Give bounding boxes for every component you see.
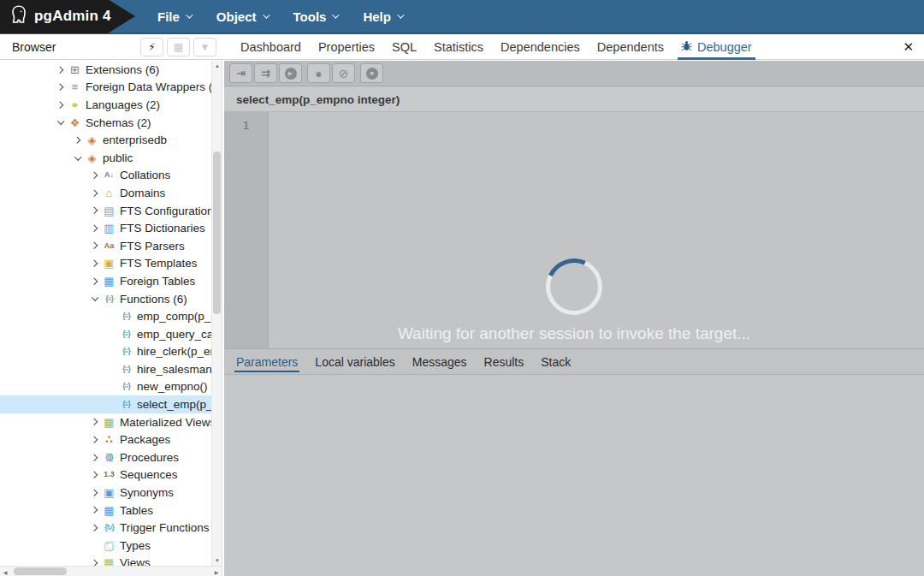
- tab-debugger[interactable]: Debugger: [672, 34, 761, 60]
- tree-item-fts-parsers[interactable]: AaFTS Parsers: [0, 237, 211, 255]
- tree-item-fts-dictionaries[interactable]: ▥FTS Dictionaries: [0, 219, 211, 237]
- tree-item-procedures[interactable]: {()}Procedures: [0, 448, 211, 466]
- bottom-tab-messages[interactable]: Messages: [404, 349, 476, 374]
- chevron-right-icon[interactable]: [87, 508, 101, 513]
- functions-icon: {≡}: [101, 294, 117, 305]
- scroll-left-icon[interactable]: ◀: [0, 567, 10, 576]
- tab-dashboard[interactable]: Dashboard: [232, 34, 310, 60]
- function-icon: {≡}: [118, 381, 134, 392]
- step-over-button[interactable]: ⇉: [254, 63, 277, 83]
- chevron-right-icon[interactable]: [87, 490, 101, 496]
- menu-tools[interactable]: Tools: [293, 9, 338, 24]
- tab-sql[interactable]: SQL: [383, 34, 425, 60]
- clear-breakpoints-button[interactable]: ⊘: [332, 63, 355, 83]
- tree-item-synonyms[interactable]: ▣Synonyms: [0, 484, 211, 502]
- tree-item-foreign-data-wrappers-2[interactable]: ≡Foreign Data Wrappers (2): [0, 79, 211, 97]
- chevron-right-icon[interactable]: [70, 138, 84, 143]
- bottom-tab-local-variables[interactable]: Local variables: [306, 349, 403, 374]
- close-icon[interactable]: ✕: [903, 34, 914, 60]
- continue-button[interactable]: ▶: [279, 63, 302, 83]
- tree-item-foreign-tables[interactable]: ▦Foreign Tables: [0, 272, 211, 290]
- query-tool-button[interactable]: ▦: [167, 38, 190, 56]
- collations-icon: A↓: [101, 169, 117, 181]
- tree-item-label: select_emp(p_emp: [137, 398, 211, 411]
- chevron-right-icon[interactable]: [87, 261, 101, 266]
- menu-help[interactable]: Help: [363, 9, 402, 24]
- tree-item-materialized-views[interactable]: ▦Materialized Views: [0, 413, 211, 431]
- chevron-down-icon[interactable]: [87, 296, 101, 301]
- tab-dependents[interactable]: Dependents: [589, 34, 672, 60]
- tree-item-emp-query-caller[interactable]: {≡}emp_query_caller(: [0, 325, 211, 343]
- chevron-right-icon[interactable]: [53, 68, 67, 73]
- tree-item-label: hire_clerk(p_ename: [137, 345, 211, 358]
- tree-item-emp-comp-p-sal1[interactable]: {≡}emp_comp(p_sal1: [0, 307, 211, 325]
- tree-item-hire-clerk-p-ename[interactable]: {≡}hire_clerk(p_ename: [0, 343, 211, 361]
- chevron-right-icon[interactable]: [87, 279, 101, 284]
- circle-slash-icon: ⊘: [339, 67, 349, 80]
- tree-item-collations[interactable]: A↓Collations: [0, 167, 211, 185]
- tab-label: Dependents: [597, 40, 664, 54]
- stop-button[interactable]: ■: [360, 63, 383, 83]
- tree-vertical-scrollbar[interactable]: ▲ ▼: [211, 61, 222, 566]
- tree-item-extensions-6[interactable]: ⊞Extensions (6): [0, 61, 211, 79]
- menu-file[interactable]: File: [157, 9, 191, 24]
- chevron-right-icon[interactable]: [53, 85, 67, 90]
- tree-item-fts-configurations[interactable]: ▤FTS Configurations: [0, 202, 211, 220]
- scroll-down-icon[interactable]: ▼: [212, 555, 222, 566]
- tree-item-select-emp-p-emp[interactable]: {≡}select_emp(p_emp: [0, 395, 211, 413]
- chevron-down-icon[interactable]: [53, 120, 67, 125]
- tree-item-label: Sequences: [120, 468, 178, 481]
- tree-item-hire-salesman-p-e[interactable]: {≡}hire_salesman(p_e: [0, 360, 211, 378]
- tree-item-fts-templates[interactable]: ▣FTS Templates: [0, 255, 211, 273]
- tree-item-label: Collations: [120, 169, 170, 181]
- menu-object[interactable]: Object: [216, 9, 268, 24]
- subheader: Browser ⚡▦▼ DashboardPropertiesSQLStatis…: [0, 34, 924, 60]
- tree-item-enterprisedb[interactable]: ◈enterprisedb: [0, 131, 211, 149]
- horizontal-scroll-thumb[interactable]: [14, 567, 67, 575]
- tab-properties[interactable]: Properties: [310, 34, 383, 60]
- tree-item-label: Schemas (2): [86, 116, 151, 129]
- step-into-button[interactable]: ⇥: [229, 63, 252, 83]
- chevron-right-icon[interactable]: [87, 455, 101, 460]
- tree-item-types[interactable]: ▢Types: [0, 537, 211, 555]
- chevron-right-icon[interactable]: [87, 419, 101, 425]
- chevron-right-icon[interactable]: [87, 526, 101, 531]
- chevron-right-icon[interactable]: [87, 437, 101, 442]
- tree-item-tables[interactable]: ▦Tables: [0, 502, 211, 520]
- scroll-up-icon[interactable]: ▲: [212, 61, 222, 71]
- tree-item-packages[interactable]: ∴Packages: [0, 431, 211, 448]
- tree-item-trigger-functions[interactable]: {↻}Trigger Functions: [0, 519, 211, 537]
- tree-item-languages-2[interactable]: ●Languages (2): [0, 96, 211, 114]
- chevron-right-icon[interactable]: [87, 208, 101, 213]
- tree-item-sequences[interactable]: 1.3Sequences: [0, 466, 211, 484]
- chevron-down-icon[interactable]: [70, 156, 84, 161]
- tree-item-schemas-2[interactable]: ❖Schemas (2): [0, 114, 211, 132]
- chevron-right-icon[interactable]: [87, 243, 101, 248]
- tree-item-new-empno[interactable]: {≡}new_empno(): [0, 378, 211, 396]
- bottom-tab-results[interactable]: Results: [476, 349, 533, 374]
- chevron-right-icon[interactable]: [87, 173, 101, 178]
- toggle-breakpoint-button[interactable]: ●: [307, 63, 330, 83]
- play-circle-icon: ▶: [285, 68, 297, 80]
- quick-search-button[interactable]: ⚡: [140, 38, 163, 56]
- tree-horizontal-scrollbar[interactable]: ◀ ▶: [0, 566, 222, 576]
- bottom-tab-parameters[interactable]: Parameters: [228, 349, 306, 374]
- chevron-right-icon[interactable]: [87, 561, 101, 566]
- tree-item-public[interactable]: ◈public: [0, 149, 211, 167]
- chevron-right-icon[interactable]: [87, 191, 101, 196]
- function-icon: {≡}: [118, 346, 134, 357]
- chevron-right-icon[interactable]: [87, 226, 101, 231]
- filter-button[interactable]: ▼: [193, 38, 216, 56]
- scroll-right-icon[interactable]: ▶: [211, 567, 222, 576]
- debugger-code-editor[interactable]: 1 Waiting for another session to invoke …: [224, 112, 924, 348]
- tab-statistics[interactable]: Statistics: [425, 34, 492, 60]
- chevron-right-icon[interactable]: [87, 472, 101, 478]
- tab-dependencies[interactable]: Dependencies: [492, 34, 589, 60]
- chevron-down-icon: [186, 11, 192, 18]
- bottom-tab-stack[interactable]: Stack: [532, 349, 579, 374]
- vertical-scroll-thumb[interactable]: [213, 151, 221, 314]
- step-over-icon: ⇉: [261, 67, 270, 80]
- tree-item-functions-6[interactable]: {≡}Functions (6): [0, 290, 211, 308]
- tree-item-views[interactable]: ▦Views: [0, 555, 211, 566]
- tree-item-domains[interactable]: ⌂Domains: [0, 184, 211, 202]
